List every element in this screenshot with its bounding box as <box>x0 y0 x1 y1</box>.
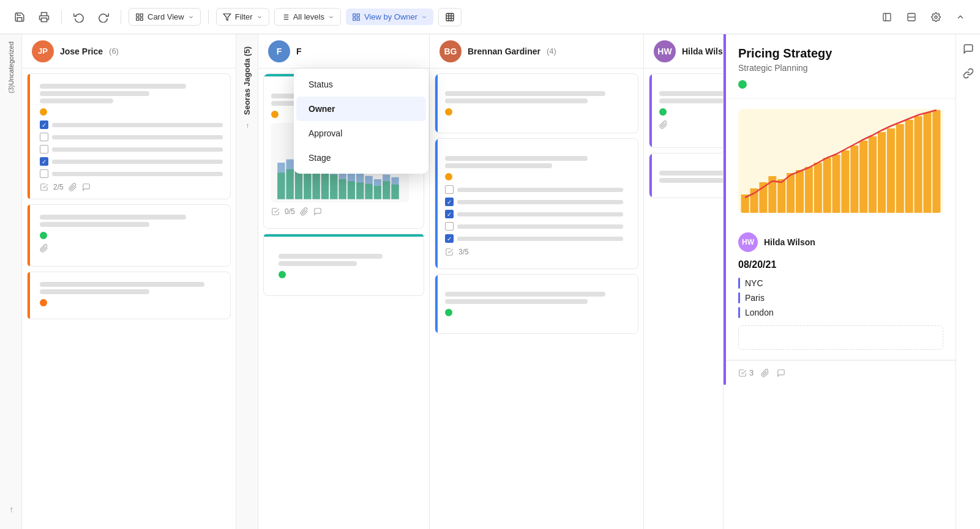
checkbox-list: ✓ ✓ ✓ <box>445 185 623 243</box>
location-london: London <box>738 307 943 318</box>
empty-drop-zone[interactable] <box>738 325 943 350</box>
card-view-button[interactable]: Card View <box>129 8 201 26</box>
checkbox[interactable] <box>445 185 454 194</box>
location-paris-text: Paris <box>745 293 765 303</box>
card-bar <box>435 275 438 333</box>
hilda-header: HW Hilda Wilson (3) + Add <box>644 34 723 68</box>
minimize-button[interactable] <box>877 7 897 27</box>
footer-attachment <box>761 369 769 377</box>
card-line <box>659 98 723 103</box>
svg-rect-60 <box>796 170 804 213</box>
cb-line <box>52 172 223 176</box>
grid-view-button[interactable] <box>438 8 462 26</box>
chat-button[interactable] <box>959 39 978 59</box>
seoras-jagoda-arrow[interactable]: → <box>243 122 252 130</box>
card-brennan-2[interactable]: ✓ ✓ ✓ 3/5 <box>435 138 638 269</box>
svg-marker-5 <box>223 13 231 20</box>
seoras-jagoda-column: Seoras Jagoda (5) → <box>236 34 258 529</box>
dropdown-item-owner[interactable]: Owner <box>296 97 426 121</box>
f-name: F <box>296 46 302 56</box>
svg-rect-72 <box>905 120 913 213</box>
location-bar <box>738 307 740 318</box>
link-button[interactable] <box>959 64 978 83</box>
cb-line <box>52 135 223 139</box>
comment-icon-f1 <box>313 207 322 216</box>
svg-rect-73 <box>915 116 922 213</box>
checkbox-item <box>40 145 223 154</box>
save-button[interactable] <box>10 7 29 27</box>
hilda-avatar: HW <box>654 40 676 62</box>
filter-button[interactable]: Filter <box>216 8 269 26</box>
detail-panel: Pricing Strategy Strategic Planning <box>723 34 956 529</box>
cb-line <box>52 160 223 164</box>
card-line <box>40 222 149 227</box>
detail-owner: HW Hilda Wilson <box>738 232 943 252</box>
card-jose-2[interactable] <box>27 204 231 267</box>
svg-rect-59 <box>787 173 795 213</box>
settings-button[interactable] <box>926 7 946 27</box>
svg-rect-46 <box>330 175 337 199</box>
all-levels-button[interactable]: All levels <box>274 8 341 26</box>
toolbar: Card View Filter All levels View by Owne… <box>0 0 980 34</box>
dropdown-item-status[interactable]: Status <box>296 72 426 97</box>
dropdown-item-stage[interactable]: Stage <box>296 146 426 170</box>
status-dot <box>445 108 452 116</box>
card-footer: 2/5 <box>40 183 223 191</box>
redo-button[interactable] <box>94 7 113 27</box>
status-dot <box>40 299 47 306</box>
checkbox[interactable] <box>445 222 454 231</box>
card-brennan-1[interactable] <box>435 73 638 133</box>
card-line <box>40 84 186 89</box>
card-brennan-3[interactable] <box>435 274 638 334</box>
status-dot <box>40 232 47 239</box>
location-bar <box>738 278 740 289</box>
svg-rect-75 <box>932 110 940 213</box>
svg-rect-16 <box>446 13 454 21</box>
svg-rect-52 <box>383 181 390 199</box>
card-hilda-2[interactable] <box>649 153 723 198</box>
location-bar <box>738 292 740 303</box>
dropdown-item-approval[interactable]: Approval <box>296 121 426 146</box>
collapse-button[interactable] <box>951 7 970 27</box>
checkbox[interactable] <box>40 145 48 154</box>
svg-rect-74 <box>923 113 931 213</box>
expand-arrow[interactable]: → <box>6 506 16 514</box>
cb-line <box>457 212 623 216</box>
split-button[interactable] <box>902 7 921 27</box>
icon-side-panel <box>956 34 980 529</box>
checkbox[interactable] <box>40 133 48 141</box>
svg-point-25 <box>935 16 937 18</box>
undo-button[interactable] <box>69 7 89 27</box>
checkbox[interactable] <box>40 169 48 178</box>
view-by-dropdown[interactable]: Status Owner Approval Stage <box>294 68 428 174</box>
checkbox-item: ✓ <box>40 120 223 129</box>
footer-comment <box>777 369 785 377</box>
cb-line <box>457 224 623 229</box>
filter-label: Filter <box>235 12 253 21</box>
checkbox[interactable]: ✓ <box>40 120 48 129</box>
app-container: Card View Filter All levels View by Owne… <box>0 0 980 529</box>
svg-rect-48 <box>348 181 355 199</box>
print-button[interactable] <box>34 7 54 27</box>
card-hilda-1[interactable] <box>649 73 723 148</box>
seoras-jagoda-label: Seoras Jagoda (5) <box>242 46 252 115</box>
card-f-2[interactable] <box>263 234 424 296</box>
card-bar <box>435 74 438 133</box>
card-jose-1[interactable]: ✓ <box>27 73 231 199</box>
svg-rect-68 <box>869 136 877 213</box>
brennan-name: Brennan Gardiner <box>468 46 540 56</box>
tasks-icon <box>40 183 48 191</box>
detail-owner-name: Hilda Wilson <box>764 237 815 247</box>
view-by-owner-button[interactable]: View by Owner <box>346 9 433 25</box>
tasks-icon-f1 <box>271 207 280 216</box>
svg-rect-58 <box>777 179 785 213</box>
divider-1 <box>61 10 62 24</box>
footer-comment-icon <box>777 369 785 377</box>
cb-line <box>457 237 623 241</box>
checkbox[interactable]: ✓ <box>445 234 454 243</box>
checkbox[interactable]: ✓ <box>445 210 454 218</box>
checkbox[interactable]: ✓ <box>445 198 454 206</box>
card-line <box>659 178 723 183</box>
card-jose-3[interactable] <box>27 272 231 319</box>
checkbox[interactable]: ✓ <box>40 157 48 166</box>
